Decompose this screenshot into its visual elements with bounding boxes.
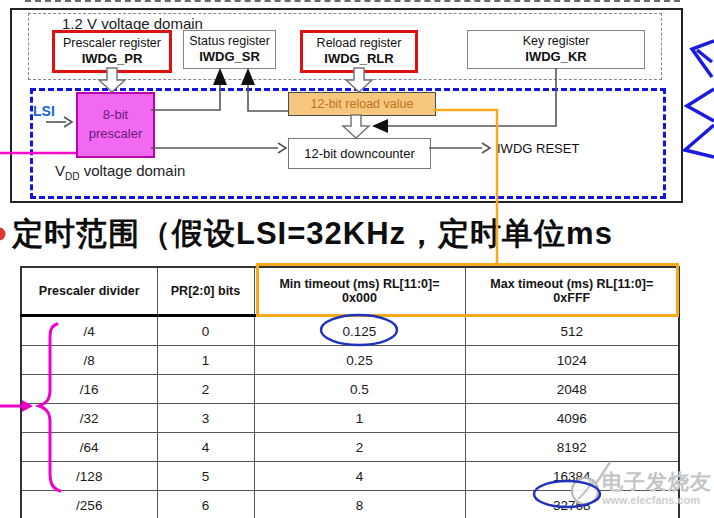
cell-bits: 0 xyxy=(157,316,254,346)
cell-divider: /4 xyxy=(21,316,157,346)
timeout-columns-highlight-rect xyxy=(256,263,679,317)
register-box-iwdg-pr: Prescaler register IWDG_PR xyxy=(52,30,172,73)
register-box-iwdg-rlr: Reload register IWDG_RLR xyxy=(300,30,418,73)
cell-bits: 5 xyxy=(157,462,254,491)
prescaler-block: 8-bit prescaler xyxy=(76,92,155,158)
cell-max: 1024 xyxy=(465,346,679,375)
cell-min: 1 xyxy=(254,404,465,433)
cell-divider: /128 xyxy=(21,462,157,491)
cell-bits: 1 xyxy=(157,346,254,375)
reload-value-block: 12-bit reload value xyxy=(288,92,436,116)
downcounter-block: 12-bit downcounter xyxy=(288,138,431,169)
vdd-rest: voltage domain xyxy=(79,162,185,179)
vdd-sub: DD xyxy=(65,171,79,182)
cell-divider: /256 xyxy=(21,491,157,518)
cell-bits: 6 xyxy=(157,491,254,518)
cell-divider: /32 xyxy=(21,404,157,433)
register-mnemonic: IWDG_KR xyxy=(525,49,586,66)
cell-bits: 2 xyxy=(157,375,254,404)
cell-min: 8 xyxy=(254,491,465,518)
iwdg-slide-page: 1.2 V voltage domain Prescaler register … xyxy=(0,0,714,518)
cell-divider: /16 xyxy=(21,375,157,404)
cell-divider: /64 xyxy=(21,433,157,462)
col-header-pr-bits: PR[2:0] bits xyxy=(157,267,254,316)
register-mnemonic: IWDG_PR xyxy=(82,51,143,68)
cell-max: 512 xyxy=(465,316,679,346)
table-row: /810.251024 xyxy=(21,346,679,375)
col-header-prescaler-divider: Prescaler divider xyxy=(21,267,157,316)
vdd-voltage-domain-label: VDD voltage domain xyxy=(55,162,185,182)
cropped-dashed-line xyxy=(25,0,680,2)
register-mnemonic: IWDG_RLR xyxy=(324,51,393,68)
register-mnemonic: IWDG_SR xyxy=(199,49,260,66)
cell-divider: /8 xyxy=(21,346,157,375)
vdd-v: V xyxy=(55,162,65,179)
cell-max: 4096 xyxy=(465,404,679,433)
register-name: Prescaler register xyxy=(63,35,161,51)
heading-bullet xyxy=(0,228,6,241)
blue-hand-arrows xyxy=(685,41,714,157)
cell-bits: 4 xyxy=(157,433,254,462)
cell-max: 2048 xyxy=(465,375,679,404)
register-box-iwdg-kr: Key register IWDG_KR xyxy=(467,30,645,69)
iwdg-reset-label: IWDG RESET xyxy=(497,141,579,156)
cell-min: 2 xyxy=(254,433,465,462)
table-row: /32314096 xyxy=(21,404,679,433)
section-heading: 定时范围（假设LSI=32KHz，定时单位ms xyxy=(12,213,714,255)
watermark-url-text: www.elecfans.com xyxy=(602,494,700,506)
table-row: /400.125512 xyxy=(21,316,679,346)
cell-min: 4 xyxy=(254,462,465,491)
register-name: Status register xyxy=(189,33,270,49)
lsi-clock-label: LSI xyxy=(33,103,55,119)
prescaler-line2: prescaler xyxy=(89,125,142,144)
cell-min: 0.125 xyxy=(254,316,465,346)
register-box-iwdg-sr: Status register IWDG_SR xyxy=(183,30,276,69)
register-name: Key register xyxy=(523,33,590,49)
watermark-brand-text: 电子发烧友 xyxy=(602,468,712,496)
elecfans-watermark: 电子发烧友 www.elecfans.com xyxy=(568,452,714,516)
prescaler-line1: 8-bit xyxy=(103,106,128,125)
cell-min: 0.25 xyxy=(254,346,465,375)
register-name: Reload register xyxy=(317,35,402,51)
cell-min: 0.5 xyxy=(254,375,465,404)
table-row: /1620.52048 xyxy=(21,375,679,404)
cell-bits: 3 xyxy=(157,404,254,433)
